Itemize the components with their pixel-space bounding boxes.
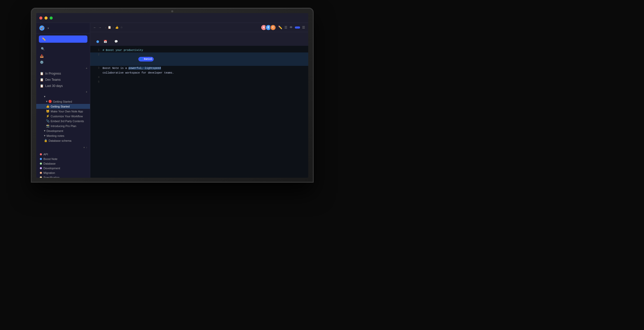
- comment-icon: 💬: [114, 40, 118, 43]
- sidebar-item-inbox[interactable]: 📥: [36, 53, 90, 59]
- preview-icon[interactable]: 👁: [289, 25, 293, 29]
- sidebar-item-in-progress[interactable]: 📋 In Progress: [36, 70, 90, 77]
- tree-item-database[interactable]: 🔒 Database schema: [36, 138, 90, 143]
- label-api[interactable]: API: [36, 152, 90, 157]
- breadcrumb-sep-2: ›: [113, 26, 114, 29]
- doc-icon: 👍: [46, 105, 50, 108]
- tree-item-meeting[interactable]: ▾ Meeting notes: [36, 133, 90, 138]
- lock-icon: 🔒: [44, 139, 48, 142]
- embed-icon: 📎: [46, 119, 50, 123]
- back-button[interactable]: ←: [93, 26, 96, 29]
- toolbar-actions: A B C ✏️ ☰ 👁 ☰: [261, 24, 305, 31]
- search-button[interactable]: 🔍: [39, 46, 87, 52]
- dev-teams-icon: 📋: [40, 78, 44, 82]
- label-migration[interactable]: Migration: [36, 171, 90, 175]
- sidebar: 🚀 ▾ ✏️ 🔍: [36, 23, 90, 178]
- create-doc-icon: ✏️: [42, 37, 46, 41]
- laptop-screen: 🚀 ▾ ✏️ 🔍: [36, 13, 308, 178]
- sidebar-item-settings[interactable]: ⚙️: [36, 59, 90, 65]
- breadcrumb-current[interactable]: 👍: [115, 26, 119, 29]
- avatar-stack: A B C: [261, 24, 276, 31]
- app-titlebar: [36, 13, 308, 23]
- more-icon[interactable]: ☰: [302, 25, 305, 29]
- search-icon: 🔍: [41, 47, 45, 51]
- boostnote-icon: 🚀: [39, 25, 44, 31]
- sidebar-item-dev-teams[interactable]: 📋 Dev Teams: [36, 77, 90, 83]
- tree-item-development[interactable]: ▾ Development: [36, 128, 90, 133]
- tree-item-getting-started-folder[interactable]: ▾ 🔴 Getting Started: [36, 99, 90, 104]
- breadcrumb-sep-1: ›: [105, 26, 106, 29]
- folder-icon: ▾ 🔴: [46, 100, 52, 103]
- list-icon[interactable]: ☰: [284, 25, 287, 29]
- status-dot: [96, 40, 99, 43]
- doc-header: 📅 💬: [90, 32, 308, 46]
- edit-icon[interactable]: ✏️: [278, 25, 282, 29]
- label-development[interactable]: Development: [36, 166, 90, 171]
- avatar-3: C: [270, 24, 276, 31]
- pro-plan-icon: 📸: [46, 124, 50, 128]
- minimize-button[interactable]: [44, 16, 48, 20]
- chevron-down-icon-2: ▾: [44, 134, 46, 137]
- chevron-right-icon: ▾: [44, 129, 46, 132]
- tree-item-customize[interactable]: ⚡ Customize Your Workflow: [36, 114, 90, 119]
- star-icon[interactable]: ☆: [120, 26, 123, 29]
- tree-item-pro-plan[interactable]: 📸 Introducing Pro Plan: [36, 123, 90, 128]
- settings-icon: ⚙️: [40, 60, 44, 64]
- code-editor[interactable]: 1 # Boost your productivity 2 👤 Daniel: [90, 46, 308, 178]
- tree-item-make-app[interactable]: 🐱 Make Your Own Note App: [36, 109, 90, 114]
- label-database[interactable]: Database: [36, 161, 90, 166]
- tree-item-embed[interactable]: 📎 Embed 3rd Party Contents: [36, 119, 90, 123]
- in-progress-icon: 📋: [40, 72, 44, 75]
- laptop-camera: [171, 10, 173, 12]
- last-30-icon: 📋: [40, 84, 44, 88]
- doc-meta: 📅 💬: [96, 40, 302, 43]
- tree-item-getting-started-doc[interactable]: 👍 Getting Started: [36, 104, 90, 109]
- laptop: 🚀 ▾ ✏️ 🔍: [31, 8, 314, 193]
- chevron-down-icon: ▾: [44, 95, 46, 98]
- label-boost-note[interactable]: Boost Note: [36, 157, 90, 161]
- tree-item-workspace[interactable]: ▾: [36, 94, 90, 99]
- user-tag-daniel: 👤 Daniel: [138, 57, 154, 61]
- share-button[interactable]: [295, 26, 300, 29]
- make-app-icon: 🐱: [46, 110, 50, 113]
- doc-area: 📅 💬 1: [90, 32, 308, 178]
- maximize-button[interactable]: [50, 16, 53, 20]
- breadcrumb: › 📋 › 👍 ☆: [104, 26, 123, 29]
- doc-editor: 1 # Boost your productivity 2 👤 Daniel: [90, 46, 308, 178]
- label-specification[interactable]: Specification: [36, 175, 90, 178]
- create-doc-button[interactable]: ✏️: [39, 35, 87, 43]
- main-content: ← → › 📋 › 👍 ☆: [90, 23, 308, 178]
- doc-toolbar: ← → › 📋 › 👍 ☆: [90, 23, 308, 32]
- forward-button[interactable]: →: [98, 26, 102, 29]
- calendar-icon: 📅: [104, 40, 107, 43]
- add-smart-folder-icon[interactable]: +: [86, 67, 87, 70]
- sidebar-item-last-30[interactable]: 📋 Last 30 days: [36, 83, 90, 89]
- add-private-icon[interactable]: +: [83, 146, 85, 149]
- inbox-icon: 📥: [40, 54, 44, 58]
- sidebar-logo: 🚀 ▾: [39, 25, 49, 31]
- close-button[interactable]: [39, 16, 42, 20]
- customize-icon: ⚡: [46, 114, 50, 118]
- import-icon[interactable]: ↑: [86, 146, 88, 149]
- add-folder-icon[interactable]: +: [86, 91, 87, 93]
- breadcrumb-folder[interactable]: 📋: [108, 26, 111, 29]
- status-badge[interactable]: [96, 40, 100, 43]
